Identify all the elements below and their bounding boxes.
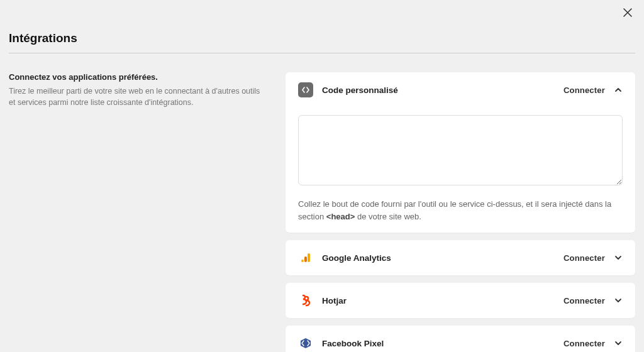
sidebar-description: Tirez le meilleur parti de votre site we… — [9, 85, 260, 108]
code-icon — [298, 82, 313, 97]
connect-button[interactable]: Connecter — [564, 253, 605, 263]
connect-button[interactable]: Connecter — [564, 85, 605, 95]
integration-title: Code personnalisé — [322, 85, 555, 95]
svg-rect-2 — [308, 253, 310, 262]
integration-header-hotjar[interactable]: Hotjar Connecter — [298, 293, 623, 308]
sidebar-heading: Connectez vos applications préférées. — [9, 72, 260, 82]
integration-card-hotjar: Hotjar Connecter — [286, 283, 635, 318]
page-title: Intégrations — [9, 31, 635, 45]
integration-title: Google Analytics — [322, 253, 555, 263]
integration-card-facebook-pixel: Facebook Pixel Connecter — [286, 326, 635, 352]
integration-card-google-analytics: Google Analytics Connecter — [286, 240, 635, 275]
chevron-down-icon[interactable] — [614, 339, 623, 348]
facebook-pixel-icon — [298, 336, 313, 351]
integration-header-custom-code[interactable]: Code personnalisé Connecter — [298, 82, 623, 97]
svg-rect-0 — [301, 260, 304, 262]
chevron-down-icon[interactable] — [614, 253, 623, 262]
integration-title: Hotjar — [322, 296, 555, 305]
integration-header-google-analytics[interactable]: Google Analytics Connecter — [298, 250, 623, 265]
helper-suffix: de votre site web. — [355, 212, 421, 221]
helper-tag: <head> — [326, 212, 355, 221]
content-scroll[interactable]: Intégrations Connectez vos applications … — [0, 0, 644, 352]
hotjar-icon — [298, 293, 313, 308]
close-icon[interactable] — [623, 6, 633, 21]
integrations-list: Code personnalisé Connecter Collez le bo… — [286, 72, 635, 352]
sidebar-info: Connectez vos applications préférées. Ti… — [9, 72, 260, 108]
divider — [9, 53, 635, 53]
integration-card-custom-code: Code personnalisé Connecter Collez le bo… — [286, 72, 635, 233]
svg-rect-1 — [304, 256, 307, 262]
custom-code-textarea[interactable] — [298, 115, 623, 185]
integration-header-facebook-pixel[interactable]: Facebook Pixel Connecter — [298, 336, 623, 351]
connect-button[interactable]: Connecter — [564, 296, 605, 305]
google-analytics-icon — [298, 250, 313, 265]
chevron-up-icon[interactable] — [614, 85, 623, 94]
custom-code-helper: Collez le bout de code fourni par l'outi… — [298, 198, 623, 223]
chevron-down-icon[interactable] — [614, 296, 623, 305]
connect-button[interactable]: Connecter — [564, 339, 605, 348]
integration-title: Facebook Pixel — [322, 339, 555, 348]
